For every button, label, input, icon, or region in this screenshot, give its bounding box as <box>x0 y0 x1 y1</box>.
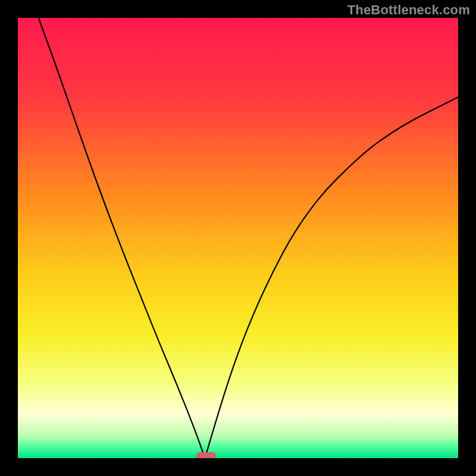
chart-svg <box>0 0 476 476</box>
watermark-text: TheBottleneck.com <box>347 2 470 18</box>
plot-background <box>18 18 458 458</box>
chart-frame: { "watermark": "TheBottleneck.com", "cha… <box>0 0 476 476</box>
